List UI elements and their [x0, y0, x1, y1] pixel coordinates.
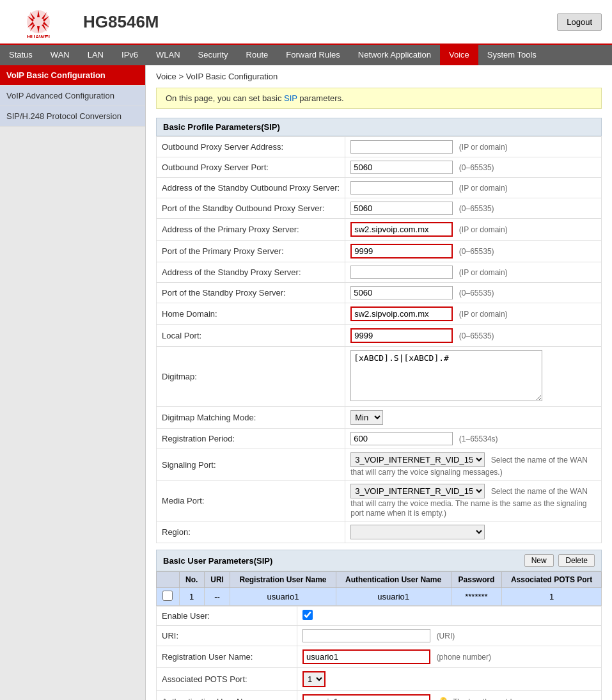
- nav-ipv6[interactable]: IPv6: [113, 45, 147, 65]
- auth-name-input[interactable]: [302, 694, 430, 700]
- reg-period-cell: (1–65534s): [345, 429, 602, 449]
- delete-user-button[interactable]: Delete: [558, 554, 595, 567]
- standby-outbound-port-input[interactable]: [350, 202, 453, 215]
- standby-proxy-port-input[interactable]: [350, 286, 453, 299]
- primary-proxy-port-input[interactable]: [350, 244, 453, 259]
- col-no: No.: [179, 572, 204, 588]
- col-reg-name: Registration User Name: [230, 572, 336, 588]
- local-port-input[interactable]: [350, 328, 453, 343]
- sidebar: VoIP Basic Configuration VoIP Advanced C…: [0, 65, 146, 700]
- digitmap-mode-select[interactable]: Min Max: [350, 410, 383, 425]
- digitmap-textarea[interactable]: [xABCD].S|[xABCD].#: [350, 350, 542, 401]
- table-row: Digitmap: [xABCD].S|[xABCD].#: [157, 347, 602, 407]
- hint-text: (0–65535): [459, 331, 494, 340]
- sidebar-item-voip-advanced[interactable]: VoIP Advanced Configuration: [0, 86, 145, 106]
- col-checkbox: [157, 572, 180, 588]
- signaling-port-cell: 3_VOIP_INTERNET_R_VID_1503 Select the na…: [345, 449, 602, 481]
- row-auth-name: usuario1: [336, 588, 451, 606]
- enable-user-cell: [297, 607, 602, 626]
- signaling-port-select[interactable]: 3_VOIP_INTERNET_R_VID_1503: [350, 452, 485, 467]
- hint-text: (IP or domain): [459, 268, 508, 277]
- col-password: Password: [451, 572, 502, 588]
- logout-button[interactable]: Logout: [557, 13, 602, 31]
- region-cell: [345, 521, 602, 543]
- region-label: Region:: [157, 521, 345, 543]
- auth-name-cell: 🔑 The length must be: [297, 691, 602, 701]
- breadcrumb-current: VoIP Basic Configuration: [186, 72, 278, 81]
- media-port-select[interactable]: 3_VOIP_INTERNET_R_VID_1503: [350, 484, 485, 498]
- auth-icon: 🔑: [437, 697, 447, 700]
- user-action-buttons: New Delete: [522, 554, 595, 567]
- nav-wlan[interactable]: WLAN: [147, 45, 189, 65]
- table-row: Registration Period: (1–65534s): [157, 429, 602, 449]
- logo: HUAWEI: [0, 1, 77, 43]
- field-value-cell: (IP or domain): [345, 262, 602, 283]
- standby-outbound-addr-input[interactable]: [350, 181, 453, 195]
- nav-bar: Status WAN LAN IPv6 WLAN Security Route …: [0, 45, 612, 65]
- uri-hint: (URI): [437, 632, 455, 640]
- standby-proxy-addr-input[interactable]: [350, 266, 453, 279]
- nav-wan[interactable]: WAN: [42, 45, 79, 65]
- field-value-cell: (IP or domain): [345, 137, 602, 157]
- nav-security[interactable]: Security: [189, 45, 237, 65]
- pots-cell: 1 2: [297, 668, 602, 691]
- basic-profile-header: Basic Profile Parameters(SIP): [156, 118, 602, 136]
- basic-profile-table: Outbound Proxy Server Address: (IP or do…: [156, 136, 602, 543]
- enable-user-label: Enable User:: [157, 607, 297, 626]
- user-table-row[interactable]: 1 -- usuario1 usuario1 ******* 1: [157, 588, 602, 606]
- nav-route[interactable]: Route: [237, 45, 278, 65]
- uri-label: URI:: [157, 626, 297, 646]
- nav-voice[interactable]: Voice: [440, 45, 478, 65]
- field-label: Address of the Standby Outbound Proxy Se…: [157, 178, 345, 198]
- field-label: Outbound Proxy Server Port:: [157, 157, 345, 178]
- outbound-proxy-port-input[interactable]: [350, 161, 453, 174]
- nav-network-application[interactable]: Network Application: [349, 45, 440, 65]
- nav-lan[interactable]: LAN: [79, 45, 113, 65]
- outbound-proxy-addr-input[interactable]: [350, 140, 453, 154]
- col-auth-name: Authentication User Name: [336, 572, 451, 588]
- table-row: Address of the Standby Proxy Server: (IP…: [157, 262, 602, 283]
- nav-forward-rules[interactable]: Forward Rules: [277, 45, 349, 65]
- enable-user-checkbox[interactable]: [302, 610, 313, 620]
- breadcrumb-separator: >: [178, 72, 185, 81]
- digitmap-cell: [xABCD].S|[xABCD].#: [345, 347, 602, 407]
- sidebar-item-voip-basic[interactable]: VoIP Basic Configuration: [0, 65, 145, 86]
- reg-name-input[interactable]: [302, 649, 430, 664]
- uri-input[interactable]: [302, 629, 430, 642]
- field-label: Outbound Proxy Server Address:: [157, 137, 345, 157]
- main-content: Voice > VoIP Basic Configuration On this…: [146, 65, 612, 700]
- field-label: Port of the Primary Proxy Server:: [157, 241, 345, 262]
- table-row: Port of the Standby Proxy Server: (0–655…: [157, 283, 602, 303]
- huawei-logo: HUAWEI: [13, 6, 64, 38]
- pots-port-select[interactable]: 1 2: [302, 671, 326, 687]
- sidebar-item-sip-h248[interactable]: SIP/H.248 Protocol Conversion: [0, 106, 145, 127]
- region-select[interactable]: [350, 525, 485, 539]
- nav-system-tools[interactable]: System Tools: [478, 45, 545, 65]
- hint-text: (0–65535): [459, 247, 494, 256]
- hint-text: (0–65535): [459, 204, 494, 213]
- field-label: Address of the Standby Proxy Server:: [157, 262, 345, 283]
- reg-period-label: Registration Period:: [157, 429, 345, 449]
- table-row: Local Port: (0–65535): [157, 325, 602, 347]
- table-row: Address of the Primary Proxy Server: (IP…: [157, 219, 602, 241]
- user-sub-form: Enable User: URI: (URI) Registration Use…: [156, 606, 602, 700]
- field-value-cell: (IP or domain): [345, 219, 602, 241]
- media-port-label: Media Port:: [157, 481, 345, 521]
- new-user-button[interactable]: New: [524, 554, 554, 567]
- user-table: No. URI Registration User Name Authentic…: [156, 571, 602, 606]
- field-value-cell: (0–65535): [345, 241, 602, 262]
- field-value-cell: (0–65535): [345, 325, 602, 347]
- basic-user-title: Basic User Parameters(SIP): [163, 556, 272, 566]
- page-body: VoIP Basic Configuration VoIP Advanced C…: [0, 65, 612, 700]
- hint-text: (0–65535): [459, 163, 494, 172]
- field-label: Home Domain:: [157, 303, 345, 325]
- col-uri: URI: [204, 572, 230, 588]
- nav-status[interactable]: Status: [0, 45, 42, 65]
- field-value-cell: (IP or domain): [345, 178, 602, 198]
- row-checkbox[interactable]: [162, 591, 173, 601]
- reg-period-input[interactable]: [350, 432, 453, 445]
- primary-proxy-addr-input[interactable]: [350, 222, 453, 237]
- table-row: Associated POTS Port: 1 2: [157, 668, 602, 691]
- home-domain-input[interactable]: [350, 306, 453, 321]
- reg-name-cell: (phone number): [297, 646, 602, 668]
